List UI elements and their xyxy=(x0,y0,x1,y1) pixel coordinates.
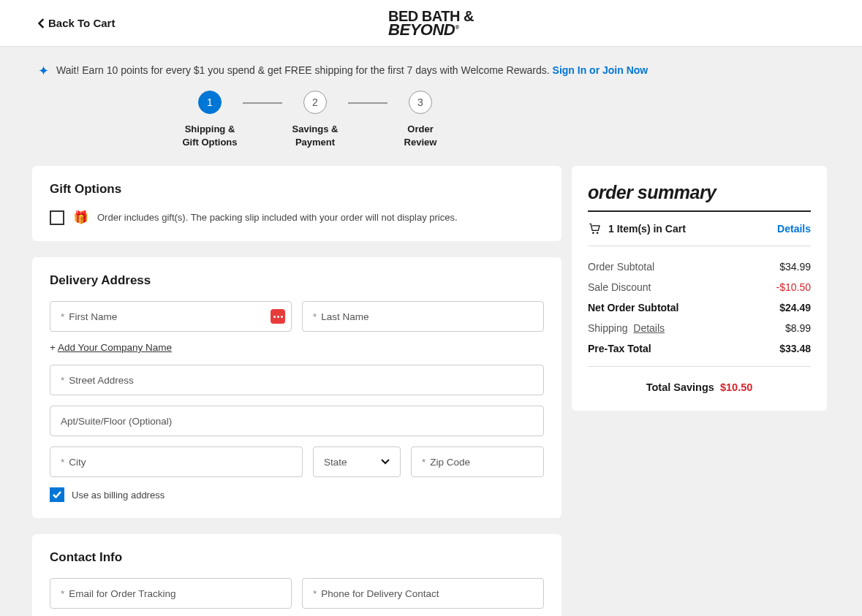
step-payment[interactable]: 2 Savings &Payment xyxy=(282,91,348,148)
gift-description: Order includes gift(s). The packing slip… xyxy=(97,212,458,223)
right-column: order summary 1 Item(s) in Cart Details … xyxy=(572,166,827,411)
net-val: $24.49 xyxy=(779,302,811,313)
step3-l1: Order xyxy=(407,123,433,134)
step-circle-1: 1 xyxy=(198,91,222,114)
total-savings-amount: $10.50 xyxy=(720,381,752,393)
shipping-details-link[interactable]: Details xyxy=(633,322,665,334)
phone-field[interactable]: * Phone for Delivery Contact xyxy=(302,578,544,609)
step3-l2: Review xyxy=(404,137,437,148)
chevron-down-icon xyxy=(381,459,390,465)
step-review[interactable]: 3 OrderReview xyxy=(387,91,453,148)
cart-items-label: 1 Item(s) in Cart xyxy=(608,223,686,235)
last-name-field[interactable]: * Last Name xyxy=(302,301,544,332)
summary-rows: Order Subtotal $34.99 Sale Discount -$10… xyxy=(588,246,811,367)
rewards-banner: ✦ Wait! Earn 10 points for every $1 you … xyxy=(0,47,862,77)
gift-icon: 🎁 xyxy=(73,210,88,225)
use-billing-checkbox[interactable] xyxy=(50,487,64,502)
zip-placeholder: Zip Code xyxy=(430,457,470,468)
back-label: Back To Cart xyxy=(48,17,115,29)
brand-logo: BED BATH & BEYOND® xyxy=(388,9,474,37)
sale-val: -$10.50 xyxy=(776,281,811,293)
street-address-field[interactable]: * Street Address xyxy=(50,365,544,395)
checkout-page: Back To Cart BED BATH & BEYOND® ✦ Wait! … xyxy=(0,0,862,616)
first-name-field[interactable]: * First Name xyxy=(50,301,292,332)
add-company-link[interactable]: + Add Your Company Name xyxy=(50,342,544,353)
row-sale-discount: Sale Discount -$10.50 xyxy=(588,277,811,297)
pretax-val: $33.48 xyxy=(779,343,811,354)
step1-l1: Shipping & xyxy=(185,123,235,134)
step-connector xyxy=(348,102,387,104)
last-name-placeholder: Last Name xyxy=(321,311,368,322)
contact-heading: Contact Info xyxy=(50,550,544,565)
contact-info-card: Contact Info * Email for Order Tracking … xyxy=(32,534,562,616)
email-field[interactable]: * Email for Order Tracking xyxy=(50,578,292,609)
gift-heading: Gift Options xyxy=(50,182,544,197)
order-summary-card: order summary 1 Item(s) in Cart Details … xyxy=(572,166,827,411)
net-label: Net Order Subtotal xyxy=(588,302,678,313)
state-select[interactable]: State xyxy=(313,446,401,477)
banner-text: Wait! Earn 10 points for every $1 you sp… xyxy=(56,64,553,76)
apt-suite-field[interactable]: Apt/Suite/Floor (Optional) xyxy=(50,406,544,436)
logo-reg-mark: ® xyxy=(455,23,458,30)
row-net-subtotal: Net Order Subtotal $24.49 xyxy=(588,297,811,318)
checkout-stepper: 1 Shipping &Gift Options 2 Savings &Paym… xyxy=(0,77,862,166)
svg-point-0 xyxy=(592,232,594,235)
logo-line2: BEYOND xyxy=(388,20,455,39)
step-shipping[interactable]: 1 Shipping &Gift Options xyxy=(177,91,243,148)
add-company-text: Add Your Company Name xyxy=(58,342,172,353)
gift-options-card: Gift Options 🎁 Order includes gift(s). T… xyxy=(32,166,562,241)
step1-l2: Gift Options xyxy=(182,137,237,148)
check-icon xyxy=(52,490,62,500)
step2-l2: Payment xyxy=(295,137,335,148)
step-circle-3: 3 xyxy=(409,91,432,114)
phone-placeholder: Phone for Delivery Contact xyxy=(321,588,439,599)
step-connector xyxy=(243,102,282,104)
step2-l1: Savings & xyxy=(292,123,339,134)
header: Back To Cart BED BATH & BEYOND® xyxy=(0,0,862,47)
state-placeholder: State xyxy=(324,457,347,468)
cart-details-link[interactable]: Details xyxy=(777,223,811,235)
gift-checkbox[interactable] xyxy=(50,210,64,225)
ship-val: $8.99 xyxy=(785,322,811,334)
delivery-address-card: Delivery Address * First Name * Last Nam… xyxy=(32,257,562,518)
sale-label: Sale Discount xyxy=(588,281,651,293)
email-placeholder: Email for Order Tracking xyxy=(69,588,175,599)
total-savings-row: Total Savings $10.50 xyxy=(588,367,811,393)
sign-in-join-link[interactable]: Sign In or Join Now xyxy=(553,64,649,76)
cart-items-row: 1 Item(s) in Cart Details xyxy=(588,212,811,246)
step-circle-2: 2 xyxy=(303,91,327,114)
pretax-label: Pre-Tax Total xyxy=(588,343,651,354)
summary-title: order summary xyxy=(588,182,811,212)
cart-icon xyxy=(588,222,601,235)
use-billing-label: Use as billing address xyxy=(72,490,165,501)
ship-label: Shipping xyxy=(588,322,628,334)
sparkle-icon: ✦ xyxy=(38,64,49,77)
zip-code-field[interactable]: * Zip Code xyxy=(411,446,544,477)
left-column: Gift Options 🎁 Order includes gift(s). T… xyxy=(32,166,562,616)
subtotal-label: Order Subtotal xyxy=(588,261,654,273)
row-order-subtotal: Order Subtotal $34.99 xyxy=(588,256,811,277)
row-pretax-total: Pre-Tax Total $33.48 xyxy=(588,338,811,359)
street-placeholder: Street Address xyxy=(69,375,134,386)
main-content: Gift Options 🎁 Order includes gift(s). T… xyxy=(0,166,862,616)
back-to-cart-link[interactable]: Back To Cart xyxy=(38,17,115,29)
row-shipping: Shipping Details $8.99 xyxy=(588,318,811,338)
svg-point-1 xyxy=(597,232,599,235)
total-savings-label: Total Savings xyxy=(646,381,714,393)
city-placeholder: City xyxy=(69,457,86,468)
subtotal-val: $34.99 xyxy=(779,261,811,273)
chevron-left-icon xyxy=(38,18,45,28)
apt-placeholder: Apt/Suite/Floor (Optional) xyxy=(61,416,172,427)
city-field[interactable]: * City xyxy=(50,446,303,477)
first-name-placeholder: First Name xyxy=(69,311,117,322)
password-manager-icon[interactable] xyxy=(271,309,285,324)
add-company-prefix: + xyxy=(50,342,58,353)
delivery-heading: Delivery Address xyxy=(50,273,544,288)
